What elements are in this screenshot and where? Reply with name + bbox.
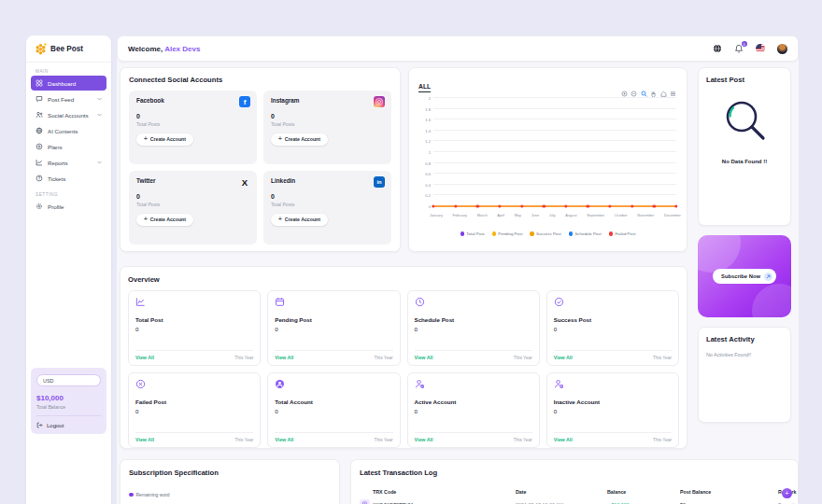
data-point-marker	[608, 204, 611, 207]
x-axis-label: November	[637, 213, 654, 217]
data-point-marker	[631, 204, 633, 207]
period-label: This Year	[234, 356, 253, 360]
dashboard-icon	[35, 79, 43, 87]
tab-all[interactable]: ALL	[418, 83, 431, 92]
legend-item[interactable]: Failed Post	[609, 231, 636, 236]
view-all-link[interactable]: View All	[554, 437, 573, 442]
empty-state-text: No Data Found !!	[706, 159, 783, 164]
table-row[interactable]: KXQJW9Z2TRVM 2024-05-15 10:30 AM + $10,0…	[360, 499, 789, 504]
stat-inactive-account: Inactive Account 0 View AllThis Year	[546, 372, 679, 448]
legend-label: Total Post	[466, 231, 484, 236]
stat-value: 0	[275, 408, 392, 414]
selection-zoom-icon[interactable]	[641, 91, 647, 97]
stat-value: 0	[554, 326, 672, 332]
overview-card: Overview Total Post 0 View AllThis Year …	[120, 266, 687, 449]
view-all-link[interactable]: View All	[135, 355, 154, 360]
col-balance: Balance	[607, 489, 680, 495]
post-count: 0	[136, 193, 249, 200]
subscribe-label: Subscribe Now	[721, 273, 760, 279]
legend-label: Pending Post	[498, 231, 522, 236]
view-all-link[interactable]: View All	[554, 355, 573, 360]
stat-schedule-post: Schedule Post 0 View AllThis Year	[407, 290, 540, 366]
legend-item[interactable]: Total Post	[461, 231, 485, 236]
arrow-up-right-icon	[764, 273, 772, 281]
social-tile-facebook: Facebook f 0 Total Posts +Create Account	[129, 91, 257, 164]
social-tile-linkedin: Linkedin in 0 Total Posts +Create Accoun…	[263, 171, 391, 245]
stat-label: Pending Post	[275, 316, 392, 323]
y-axis-tick: 0	[429, 204, 431, 209]
social-tile-twitter: Twitter X 0 Total Posts +Create Account	[129, 171, 257, 245]
grid-line	[433, 151, 676, 152]
logout-button[interactable]: Logout	[36, 422, 101, 428]
y-axis-tick: 2	[429, 96, 431, 101]
language-button[interactable]	[713, 44, 722, 53]
view-all-link[interactable]: View All	[275, 355, 293, 360]
data-point-marker	[587, 204, 589, 207]
create-account-button[interactable]: +Create Account	[136, 133, 193, 146]
twitter-x-icon: X	[239, 176, 250, 188]
view-all-link[interactable]: View All	[415, 437, 433, 442]
zoom-out-icon[interactable]	[631, 91, 637, 97]
table-header: TRX Code Date Balance Post Balance Remar…	[360, 489, 789, 495]
period-label: This Year	[514, 438, 532, 442]
menu-icon[interactable]	[670, 91, 676, 97]
y-axis-tick: 1.8	[425, 106, 431, 111]
zoom-in-icon[interactable]	[621, 91, 628, 97]
sidebar-item-ai-contents[interactable]: AI Contents	[31, 123, 106, 138]
sidebar-item-dashboard[interactable]: Dashboard	[31, 76, 106, 91]
view-all-link[interactable]: View All	[275, 437, 293, 442]
pan-icon[interactable]	[650, 91, 657, 97]
view-all-link[interactable]: View All	[415, 355, 433, 360]
create-account-button[interactable]: +Create Account	[271, 133, 328, 146]
sidebar-item-social-accounts[interactable]: Social Accounts	[31, 107, 106, 122]
instagram-icon	[374, 96, 385, 107]
currency-select[interactable]: USD	[36, 374, 101, 386]
magnifier-illustration-icon	[720, 97, 769, 146]
stat-total-post: Total Post 0 View AllThis Year	[128, 290, 261, 366]
logout-icon	[36, 422, 43, 428]
flag-button[interactable]	[756, 44, 765, 53]
sidebar-item-reports[interactable]: Reports	[31, 155, 106, 170]
data-point-marker	[542, 204, 545, 207]
stat-label: Success Post	[554, 316, 672, 323]
app-name: Bee Post	[50, 45, 83, 53]
create-account-button[interactable]: +Create Account	[136, 214, 193, 226]
col-date: Date	[516, 489, 607, 495]
stat-value: 0	[415, 408, 532, 414]
legend-item[interactable]: Schedule Post	[569, 231, 602, 236]
sidebar-item-plans[interactable]: Plans	[31, 139, 106, 154]
sidebar-item-profile[interactable]: Profile	[31, 199, 106, 214]
balance-label: Total Balance	[36, 404, 101, 416]
stat-label: Total Post	[135, 316, 253, 323]
create-account-button[interactable]: +Create Account	[271, 214, 328, 226]
facebook-icon: f	[239, 96, 250, 107]
legend-item[interactable]: Pending Post	[492, 231, 523, 236]
legend-item[interactable]: Success Post	[530, 231, 560, 236]
grid-line	[433, 173, 676, 174]
series-line	[433, 205, 676, 206]
sidebar-item-label: Reports	[48, 160, 68, 166]
create-account-label: Create Account	[285, 136, 320, 142]
grid-line	[433, 140, 676, 141]
plus-icon: +	[144, 136, 148, 143]
home-icon[interactable]	[660, 91, 667, 97]
sidebar-item-tickets[interactable]: Tickets	[31, 171, 106, 186]
calendar-icon	[275, 297, 285, 307]
profile-avatar[interactable]	[777, 44, 787, 54]
app-logo[interactable]: Bee Post	[26, 35, 111, 63]
chevron-down-icon	[97, 161, 102, 164]
view-all-link[interactable]: View All	[135, 437, 154, 442]
data-point-marker	[476, 204, 479, 207]
subscribe-now-button[interactable]: Subscribe Now	[713, 269, 776, 284]
globe-icon	[35, 127, 43, 134]
nav-section-setting: SETTING	[35, 192, 102, 197]
sidebar-item-post-feed[interactable]: Post Feed	[31, 91, 106, 106]
notifications-button[interactable]: 0	[734, 44, 744, 53]
y-axis-tick: 1.4	[425, 128, 431, 133]
sidebar-item-label: Post Feed	[48, 96, 74, 103]
sidebar-item-label: Plans	[48, 144, 62, 150]
data-point-marker	[498, 204, 501, 207]
view-more-button[interactable]: +	[782, 488, 792, 498]
logout-label: Logout	[47, 423, 64, 428]
chevron-down-icon	[97, 97, 102, 101]
